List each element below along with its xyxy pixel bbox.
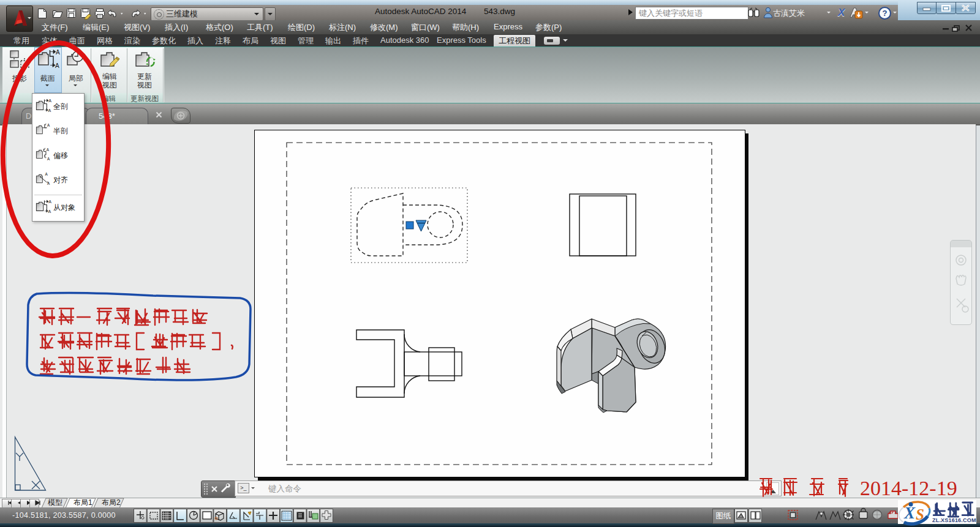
svg-text:X: X [903, 504, 916, 522]
svg-text:S: S [916, 506, 924, 523]
